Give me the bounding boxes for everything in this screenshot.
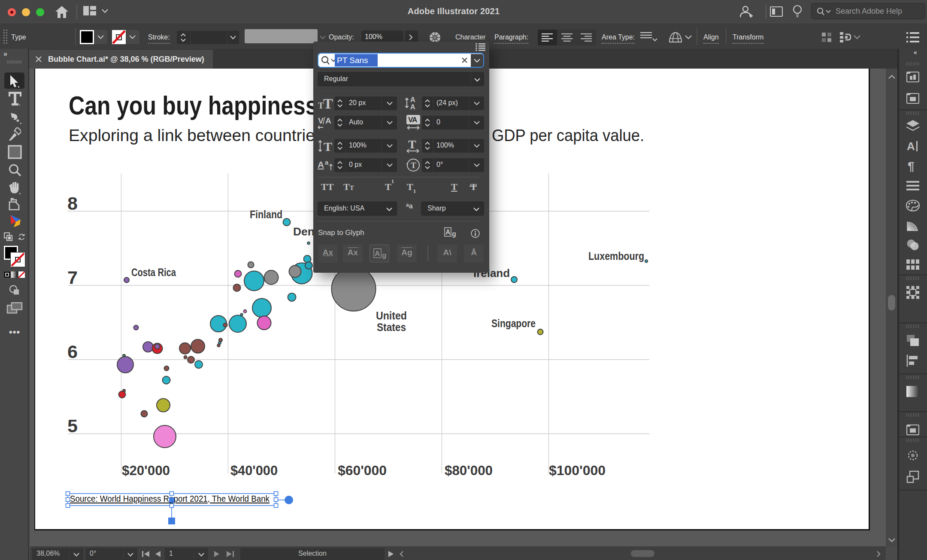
svg-text:Luxembourg: Luxembourg (588, 250, 644, 262)
svg-text:United: United (376, 310, 407, 322)
svg-text:g: g (382, 251, 386, 259)
svg-text:A: A (445, 229, 451, 236)
svg-text:A: A (907, 140, 915, 152)
svg-text:$80'000: $80'000 (445, 463, 493, 478)
svg-text:6: 6 (67, 341, 78, 362)
svg-text:Can you buy happiness?: Can you buy happiness? (69, 91, 331, 120)
svg-text:$100'000: $100'000 (549, 463, 606, 478)
svg-text:$60'000: $60'000 (338, 463, 387, 478)
svg-text:States: States (377, 321, 406, 333)
svg-text:g: g (452, 230, 456, 238)
svg-text:Costa Rica: Costa Rica (131, 266, 176, 278)
svg-text:¶: ¶ (908, 160, 915, 172)
svg-text:5: 5 (67, 415, 78, 436)
svg-text:Finland: Finland (250, 208, 282, 220)
svg-text:A: A (375, 250, 380, 258)
svg-text:Singapore: Singapore (491, 317, 536, 329)
svg-text:$20'000: $20'000 (122, 463, 170, 478)
svg-text:GDP per capita value.: GDP per capita value. (492, 126, 644, 145)
svg-text:8: 8 (67, 193, 78, 214)
svg-text:7: 7 (67, 267, 78, 288)
svg-text:$40'000: $40'000 (230, 463, 278, 478)
svg-text:Exploring a link between count: Exploring a link between countries' (69, 126, 327, 145)
